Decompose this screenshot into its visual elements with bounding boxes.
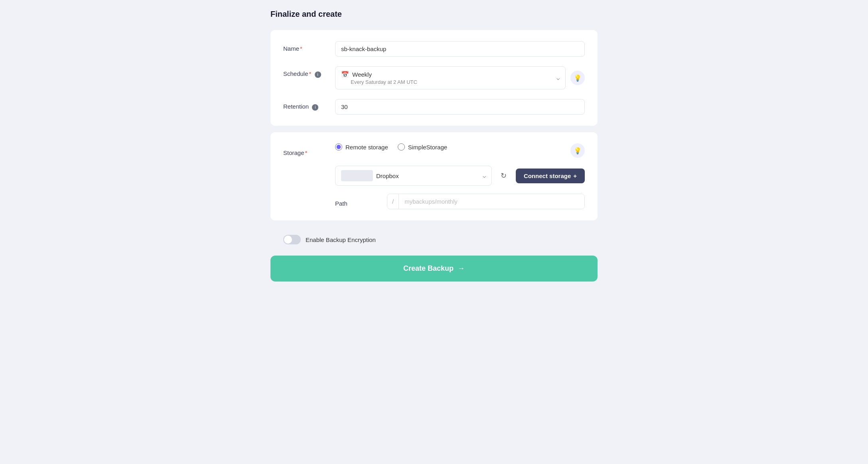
storage-select-row: Dropbox ⌵ ↻ Connect storage +: [335, 166, 585, 186]
lightbulb-icon: 💡: [574, 74, 582, 82]
radio-remote-storage[interactable]: Remote storage: [335, 143, 388, 151]
encryption-label: Enable Backup Encryption: [306, 236, 376, 243]
storage-hint-button[interactable]: 💡: [570, 143, 585, 158]
retention-row: Retention i: [283, 99, 585, 115]
path-input[interactable]: [399, 194, 584, 209]
storage-logo-placeholder: [341, 170, 373, 181]
storage-dropdown[interactable]: Dropbox ⌵: [335, 166, 492, 186]
top-section-card: Name* Schedule* i 📅 Weekly Eve: [270, 30, 598, 126]
chevron-down-icon: ⌵: [556, 75, 560, 81]
schedule-field: 📅 Weekly Every Saturday at 2 AM UTC ⌵ 💡: [335, 66, 585, 89]
schedule-dropdown-content: 📅 Weekly Every Saturday at 2 AM UTC: [341, 71, 556, 85]
retention-field: [335, 99, 585, 115]
path-input-wrapper: /: [387, 194, 585, 209]
name-row: Name*: [283, 41, 585, 57]
calendar-icon: 📅: [341, 71, 349, 78]
retention-label: Retention i: [283, 99, 335, 111]
radio-simple-storage[interactable]: SimpleStorage: [398, 143, 447, 151]
refresh-icon: ↻: [501, 171, 507, 180]
storage-row: Storage* Remote storage SimpleStorage 💡: [283, 143, 585, 158]
schedule-row: Schedule* i 📅 Weekly Every Saturday at 2…: [283, 66, 585, 89]
name-label: Name*: [283, 41, 335, 52]
schedule-main: 📅 Weekly: [341, 71, 556, 78]
retention-input[interactable]: [335, 99, 585, 115]
storage-radio-group: Remote storage SimpleStorage: [335, 143, 447, 151]
storage-chevron-icon: ⌵: [483, 173, 486, 179]
storage-select-wrapper: Dropbox ⌵: [335, 166, 492, 186]
path-slash: /: [387, 194, 399, 209]
page-title: Finalize and create: [270, 10, 598, 19]
path-row: Path /: [335, 194, 585, 209]
refresh-button[interactable]: ↻: [497, 169, 511, 183]
encryption-toggle[interactable]: [283, 235, 301, 244]
lightbulb-icon-storage: 💡: [574, 147, 582, 155]
radio-simple-input[interactable]: [398, 143, 405, 151]
schedule-hint-button[interactable]: 💡: [570, 71, 585, 85]
name-input[interactable]: [335, 41, 585, 57]
retention-info-icon[interactable]: i: [312, 104, 318, 111]
schedule-label: Schedule* i: [283, 66, 335, 78]
schedule-info-icon[interactable]: i: [315, 71, 321, 78]
schedule-dropdown[interactable]: 📅 Weekly Every Saturday at 2 AM UTC ⌵: [335, 66, 566, 89]
storage-section-card: Storage* Remote storage SimpleStorage 💡: [270, 132, 598, 220]
name-field: [335, 41, 585, 57]
encryption-row: Enable Backup Encryption: [270, 227, 598, 252]
create-backup-button[interactable]: Create Backup →: [270, 256, 598, 282]
storage-options-wrapper: Remote storage SimpleStorage 💡: [335, 143, 585, 158]
radio-remote-input[interactable]: [335, 143, 342, 151]
page-container: Finalize and create Name* Schedule* i: [270, 10, 598, 282]
schedule-sub: Every Saturday at 2 AM UTC: [351, 79, 556, 85]
path-label: Path: [335, 196, 387, 207]
storage-label: Storage*: [283, 145, 335, 156]
connect-storage-button[interactable]: Connect storage +: [516, 169, 585, 183]
toggle-knob: [284, 236, 292, 244]
